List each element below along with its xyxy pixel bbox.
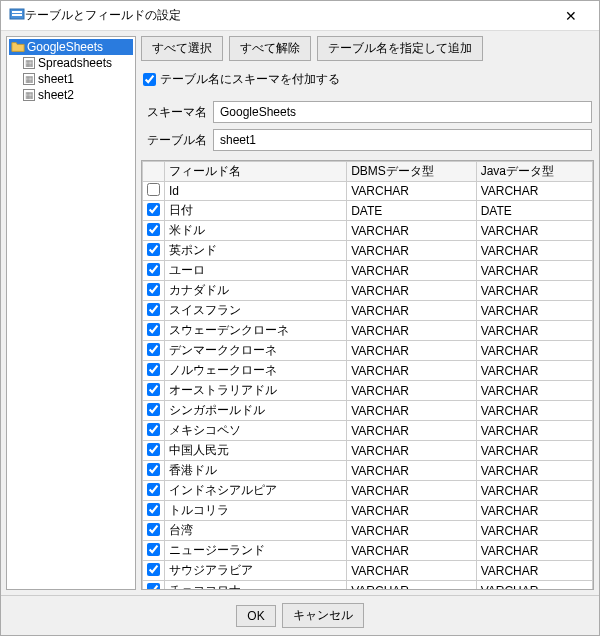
row-dbms-type[interactable]: DATE [347,201,476,221]
row-checkbox[interactable] [147,423,160,436]
prefix-schema-label[interactable]: テーブル名にスキーマを付加する [160,71,340,88]
row-checkbox[interactable] [147,363,160,376]
deselect-all-button[interactable]: すべて解除 [229,36,311,61]
row-dbms-type[interactable]: VARCHAR [347,341,476,361]
grid-header-java[interactable]: Javaデータ型 [476,162,592,182]
row-java-type[interactable]: VARCHAR [476,401,592,421]
row-java-type[interactable]: VARCHAR [476,241,592,261]
table-row[interactable]: オーストラリアドルVARCHARVARCHAR [143,381,593,401]
row-field[interactable]: スイスフラン [165,301,347,321]
row-field[interactable]: スウェーデンクローネ [165,321,347,341]
row-java-type[interactable]: VARCHAR [476,381,592,401]
row-field[interactable]: 英ポンド [165,241,347,261]
row-java-type[interactable]: VARCHAR [476,341,592,361]
table-row[interactable]: シンガポールドルVARCHARVARCHAR [143,401,593,421]
row-checkbox[interactable] [147,463,160,476]
table-row[interactable]: 中国人民元VARCHARVARCHAR [143,441,593,461]
table-row[interactable]: 日付DATEDATE [143,201,593,221]
row-field[interactable]: 台湾 [165,521,347,541]
table-row[interactable]: 台湾VARCHARVARCHAR [143,521,593,541]
tree-item[interactable]: ▦Spreadsheets [23,55,133,71]
close-icon[interactable]: ✕ [551,8,591,24]
table-row[interactable]: スイスフランVARCHARVARCHAR [143,301,593,321]
row-checkbox[interactable] [147,403,160,416]
row-checkbox[interactable] [147,443,160,456]
row-checkbox[interactable] [147,323,160,336]
row-checkbox[interactable] [147,563,160,576]
table-row[interactable]: インドネシアルピアVARCHARVARCHAR [143,481,593,501]
table-row[interactable]: チェココロナVARCHARVARCHAR [143,581,593,591]
tree-item[interactable]: ▦sheet1 [23,71,133,87]
row-java-type[interactable]: VARCHAR [476,182,592,201]
row-field[interactable]: トルコリラ [165,501,347,521]
row-java-type[interactable]: VARCHAR [476,561,592,581]
row-dbms-type[interactable]: VARCHAR [347,461,476,481]
table-row[interactable]: サウジアラビアVARCHARVARCHAR [143,561,593,581]
row-dbms-type[interactable]: VARCHAR [347,361,476,381]
schema-input[interactable] [213,101,592,123]
row-field[interactable]: Id [165,182,347,201]
row-java-type[interactable]: VARCHAR [476,461,592,481]
row-checkbox[interactable] [147,183,160,196]
row-dbms-type[interactable]: VARCHAR [347,281,476,301]
row-checkbox[interactable] [147,303,160,316]
table-row[interactable]: 米ドルVARCHARVARCHAR [143,221,593,241]
row-dbms-type[interactable]: VARCHAR [347,541,476,561]
row-dbms-type[interactable]: VARCHAR [347,481,476,501]
grid-header-dbms[interactable]: DBMSデータ型 [347,162,476,182]
row-field[interactable]: メキシコペソ [165,421,347,441]
row-java-type[interactable]: VARCHAR [476,261,592,281]
row-field[interactable]: インドネシアルピア [165,481,347,501]
row-field[interactable]: ユーロ [165,261,347,281]
table-row[interactable]: ユーロVARCHARVARCHAR [143,261,593,281]
row-dbms-type[interactable]: VARCHAR [347,182,476,201]
row-checkbox[interactable] [147,383,160,396]
row-checkbox[interactable] [147,343,160,356]
row-checkbox[interactable] [147,283,160,296]
row-dbms-type[interactable]: VARCHAR [347,381,476,401]
row-dbms-type[interactable]: VARCHAR [347,301,476,321]
row-java-type[interactable]: VARCHAR [476,501,592,521]
table-row[interactable]: IdVARCHARVARCHAR [143,182,593,201]
table-row[interactable]: メキシコペソVARCHARVARCHAR [143,421,593,441]
row-dbms-type[interactable]: VARCHAR [347,561,476,581]
row-java-type[interactable]: VARCHAR [476,361,592,381]
row-field[interactable]: 香港ドル [165,461,347,481]
row-checkbox[interactable] [147,203,160,216]
add-table-by-name-button[interactable]: テーブル名を指定して追加 [317,36,483,61]
row-dbms-type[interactable]: VARCHAR [347,321,476,341]
row-checkbox[interactable] [147,223,160,236]
table-row[interactable]: 香港ドルVARCHARVARCHAR [143,461,593,481]
row-java-type[interactable]: VARCHAR [476,321,592,341]
table-input[interactable] [213,129,592,151]
table-row[interactable]: ニュージーランドVARCHARVARCHAR [143,541,593,561]
row-dbms-type[interactable]: VARCHAR [347,581,476,591]
row-field[interactable]: オーストラリアドル [165,381,347,401]
row-checkbox[interactable] [147,243,160,256]
row-dbms-type[interactable]: VARCHAR [347,261,476,281]
select-all-button[interactable]: すべて選択 [141,36,223,61]
table-row[interactable]: カナダドルVARCHARVARCHAR [143,281,593,301]
row-field[interactable]: 中国人民元 [165,441,347,461]
row-checkbox[interactable] [147,583,160,591]
row-field[interactable]: カナダドル [165,281,347,301]
row-dbms-type[interactable]: VARCHAR [347,221,476,241]
row-java-type[interactable]: VARCHAR [476,581,592,591]
row-field[interactable]: 日付 [165,201,347,221]
row-dbms-type[interactable]: VARCHAR [347,401,476,421]
row-field[interactable]: ノルウェークローネ [165,361,347,381]
table-row[interactable]: トルコリラVARCHARVARCHAR [143,501,593,521]
prefix-schema-checkbox[interactable] [143,73,156,86]
row-field[interactable]: サウジアラビア [165,561,347,581]
row-checkbox[interactable] [147,483,160,496]
row-java-type[interactable]: VARCHAR [476,521,592,541]
row-java-type[interactable]: DATE [476,201,592,221]
tree-item[interactable]: ▦sheet2 [23,87,133,103]
table-row[interactable]: デンマーククローネVARCHARVARCHAR [143,341,593,361]
table-row[interactable]: ノルウェークローネVARCHARVARCHAR [143,361,593,381]
row-dbms-type[interactable]: VARCHAR [347,501,476,521]
ok-button[interactable]: OK [236,605,275,627]
cancel-button[interactable]: キャンセル [282,603,364,628]
table-row[interactable]: スウェーデンクローネVARCHARVARCHAR [143,321,593,341]
grid-header-field[interactable]: フィールド名 [165,162,347,182]
